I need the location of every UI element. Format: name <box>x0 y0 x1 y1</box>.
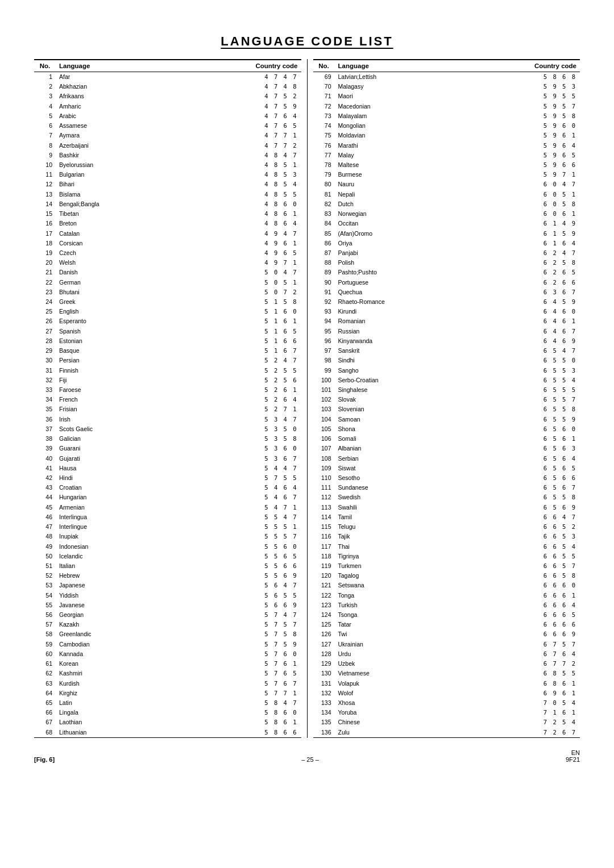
row-number: 84 <box>313 219 335 228</box>
row-language: Kurdish <box>56 679 176 688</box>
row-language: Tamil <box>335 512 463 522</box>
row-code: 6 6 5 8 <box>463 571 580 581</box>
page-number: – 25 – <box>55 756 566 763</box>
row-number: 76 <box>313 141 335 151</box>
row-number: 108 <box>313 454 335 464</box>
row-number: 13 <box>34 190 56 199</box>
row-code: 5 2 4 7 <box>176 356 301 365</box>
row-code: 6 4 5 9 <box>463 297 580 307</box>
table-row: 98Sindhi6 5 5 0 <box>313 356 580 365</box>
table-row: 117Thai6 6 5 4 <box>313 542 580 552</box>
left-table-container: No. Language Country code 1Afar4 7 4 72A… <box>34 59 301 738</box>
table-row: 54Yiddish5 6 5 5 <box>34 591 301 600</box>
table-row: 71Maori5 9 5 5 <box>313 91 580 101</box>
row-language: Slovak <box>335 395 463 404</box>
right-col-code: Country code <box>463 60 580 72</box>
row-number: 57 <box>34 620 56 629</box>
table-row: 114Tamil6 6 4 7 <box>313 512 580 522</box>
table-row: 96Kinyarwanda6 4 6 9 <box>313 336 580 346</box>
table-row: 65Latin5 8 4 7 <box>34 698 301 708</box>
row-code: 5 9 6 4 <box>463 141 580 151</box>
table-row: 7Aymara4 7 7 1 <box>34 131 301 140</box>
row-code: 6 2 6 6 <box>463 278 580 287</box>
row-language: Corsican <box>56 239 176 248</box>
row-code: 6 2 6 5 <box>463 268 580 277</box>
table-row: 76Marathi5 9 6 4 <box>313 141 580 151</box>
row-number: 77 <box>313 151 335 160</box>
table-row: 61Korean5 7 6 1 <box>34 659 301 669</box>
row-number: 16 <box>34 219 56 228</box>
table-row: 63Kurdish5 7 6 7 <box>34 679 301 688</box>
row-code: 5 2 5 6 <box>176 375 301 385</box>
row-language: Hungarian <box>56 493 176 502</box>
row-code: 6 6 5 5 <box>463 552 580 561</box>
row-language: Serbian <box>335 454 463 464</box>
row-code: 4 7 5 9 <box>176 102 301 111</box>
row-number: 51 <box>34 561 56 571</box>
table-row: 3Afrikaans4 7 5 2 <box>34 91 301 101</box>
row-number: 43 <box>34 483 56 493</box>
row-code: 4 9 4 7 <box>176 229 301 239</box>
row-number: 82 <box>313 199 335 209</box>
row-number: 39 <box>34 444 56 453</box>
row-number: 118 <box>313 552 335 561</box>
table-row: 57Kazakh5 7 5 7 <box>34 620 301 629</box>
row-number: 59 <box>34 640 56 649</box>
row-number: 91 <box>313 287 335 297</box>
row-number: 47 <box>34 522 56 532</box>
row-number: 52 <box>34 571 56 581</box>
row-code: 5 3 5 8 <box>176 434 301 444</box>
row-language: Indonesian <box>56 542 176 552</box>
row-language: Norwegian <box>335 209 463 219</box>
row-language: Pashto;Pushto <box>335 268 463 277</box>
table-row: 122Tonga6 6 6 1 <box>313 591 580 600</box>
row-code: 6 6 5 2 <box>463 522 580 532</box>
row-number: 58 <box>34 629 56 639</box>
row-number: 98 <box>313 356 335 365</box>
table-row: 14Bengali;Bangla4 8 6 0 <box>34 199 301 209</box>
row-language: Basque <box>56 346 176 356</box>
row-language: Turkish <box>335 600 463 610</box>
row-number: 96 <box>313 336 335 346</box>
row-number: 89 <box>313 268 335 277</box>
row-language: Russian <box>335 327 463 336</box>
row-code: 5 2 6 4 <box>176 395 301 404</box>
row-code: 7 2 6 7 <box>463 728 580 738</box>
table-row: 87Panjabi6 2 4 7 <box>313 248 580 258</box>
row-language: Inupiak <box>56 532 176 541</box>
row-number: 25 <box>34 307 56 316</box>
row-code: 5 9 5 8 <box>463 111 580 121</box>
row-language: Xhosa <box>335 698 463 708</box>
table-row: 44Hungarian5 4 6 7 <box>34 493 301 502</box>
row-number: 55 <box>34 600 56 610</box>
row-code: 6 5 6 4 <box>463 454 580 464</box>
fig-label: [Fig. 6] <box>34 756 55 763</box>
row-language: Frisian <box>56 404 176 414</box>
row-language: Lithuanian <box>56 728 176 738</box>
row-code: 5 1 6 0 <box>176 307 301 316</box>
row-number: 101 <box>313 385 335 395</box>
row-language: Swedish <box>335 493 463 502</box>
row-number: 46 <box>34 512 56 522</box>
table-row: 21Danish5 0 4 7 <box>34 268 301 277</box>
row-code: 6 3 6 7 <box>463 287 580 297</box>
row-language: Kashmiri <box>56 669 176 678</box>
row-language: Japanese <box>56 581 176 590</box>
row-code: 6 6 6 0 <box>463 581 580 590</box>
row-code: 5 9 5 7 <box>463 102 580 111</box>
left-table-header: No. Language Country code <box>34 60 301 72</box>
row-language: Slovenian <box>335 404 463 414</box>
row-code: 6 4 6 1 <box>463 316 580 326</box>
row-number: 73 <box>313 111 335 121</box>
row-language: Tajik <box>335 532 463 541</box>
row-code: 4 8 5 1 <box>176 160 301 170</box>
row-language: Polish <box>335 258 463 268</box>
row-code: 4 8 5 5 <box>176 190 301 199</box>
row-code: 6 7 7 2 <box>463 659 580 669</box>
row-code: 5 1 5 8 <box>176 297 301 307</box>
row-code: 5 7 5 9 <box>176 640 301 649</box>
row-code: 6 7 6 4 <box>463 649 580 659</box>
table-row: 37Scots Gaelic5 3 5 0 <box>34 424 301 434</box>
row-number: 45 <box>34 503 56 512</box>
row-language: Singhalese <box>335 385 463 395</box>
